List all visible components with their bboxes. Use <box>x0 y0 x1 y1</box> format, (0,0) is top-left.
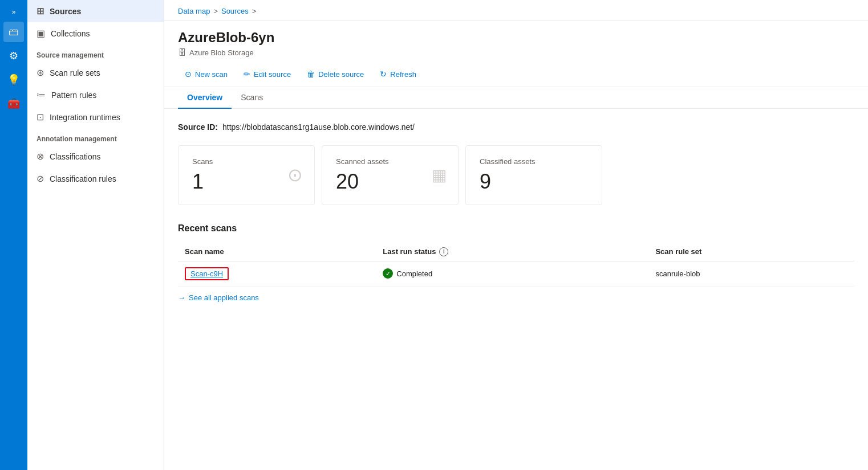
delete-source-label: Delete source <box>318 70 364 79</box>
scans-stat-value: 1 <box>192 170 301 193</box>
scans-stat-label: Scans <box>192 157 301 166</box>
sidebar-item-sources[interactable]: ⊞ Sources <box>27 0 164 22</box>
completed-status-dot: ✓ <box>383 268 393 279</box>
see-all-link[interactable]: → See all applied scans <box>178 293 854 302</box>
classification-rules-icon: ⊘ <box>36 173 44 184</box>
sidebar-item-classifications[interactable]: ⊗ Classifications <box>27 145 164 167</box>
scan-name-link[interactable]: Scan-c9H <box>190 269 223 278</box>
tab-overview-label: Overview <box>187 93 222 102</box>
scan-table: Scan name Last run status i Scan rule se… <box>178 243 854 287</box>
scan-rule-sets-icon: ⊛ <box>36 67 44 78</box>
sidebar-classification-rules-label: Classification rules <box>50 174 116 183</box>
tabs: Overview Scans <box>164 87 868 109</box>
breadcrumb: Data map > Sources > <box>164 0 868 21</box>
scanned-assets-stat-value: 20 <box>336 170 444 193</box>
sidebar-pattern-rules-label: Pattern rules <box>51 91 96 100</box>
stats-row: Scans 1 ⊙ Scanned assets 20 ▦ Classified… <box>178 145 854 205</box>
see-all-arrow: → <box>178 293 185 302</box>
scanned-assets-stat-label: Scanned assets <box>336 157 444 166</box>
scan-name-header: Scan name <box>178 243 376 261</box>
new-scan-button[interactable]: ⊙ New scan <box>178 66 234 82</box>
sidebar-integration-runtimes-label: Integration runtimes <box>50 113 120 122</box>
scan-name-highlight-box: Scan-c9H <box>185 267 229 280</box>
tab-scans[interactable]: Scans <box>232 87 272 109</box>
table-row: Scan-c9H ✓ Completed scanrule-blob <box>178 261 854 286</box>
status-label: Completed <box>396 269 432 278</box>
source-id-row: Source ID: https://blobdatascans1rg1ause… <box>178 122 854 132</box>
breadcrumb-sep1: > <box>213 7 218 15</box>
new-scan-icon: ⊙ <box>185 70 192 79</box>
collapse-icon[interactable]: » <box>10 6 18 18</box>
toolbar: ⊙ New scan ✏ Edit source 🗑 Delete source… <box>164 62 868 87</box>
pattern-rules-icon: ≔ <box>36 89 46 100</box>
breadcrumb-sep2: > <box>252 7 257 15</box>
delete-source-icon: 🗑 <box>307 70 315 79</box>
data-catalog-rail-icon[interactable]: 🗃 <box>3 22 24 42</box>
scanned-assets-stat-icon: ▦ <box>432 166 447 185</box>
sidebar-item-integration-runtimes[interactable]: ⊡ Integration runtimes <box>27 106 164 128</box>
page-subtitle-text: Azure Blob Storage <box>189 48 254 57</box>
source-management-header: Source management <box>27 44 164 62</box>
main-content: Data map > Sources > AzureBlob-6yn 🗄 Azu… <box>164 0 868 470</box>
collections-icon: ▣ <box>36 28 45 39</box>
stat-card-classified-assets: Classified assets 9 <box>465 145 602 205</box>
sidebar-item-collections[interactable]: ▣ Collections <box>27 22 164 44</box>
sidebar-classifications-label: Classifications <box>50 152 100 161</box>
sidebar-scan-rule-sets-label: Scan rule sets <box>50 68 100 77</box>
breadcrumb-data-map[interactable]: Data map <box>178 7 210 15</box>
stat-card-scanned-assets: Scanned assets 20 ▦ <box>322 145 459 205</box>
tab-overview[interactable]: Overview <box>178 87 232 109</box>
delete-source-button[interactable]: 🗑 Delete source <box>300 66 371 82</box>
status-completed: ✓ Completed <box>383 268 642 279</box>
edit-source-button[interactable]: ✏ Edit source <box>237 66 298 82</box>
new-scan-label: New scan <box>195 70 228 79</box>
sidebar: ⊞ Sources ▣ Collections Source managemen… <box>27 0 164 470</box>
edit-source-icon: ✏ <box>244 70 250 79</box>
sidebar-collections-label: Collections <box>51 29 90 38</box>
scan-rule-set-header: Scan rule set <box>648 243 854 261</box>
briefcase-rail-icon[interactable]: 🧰 <box>3 93 24 114</box>
source-id-value: https://blobdatascans1rg1ause.blob.core.… <box>222 122 415 132</box>
page-header: AzureBlob-6yn 🗄 Azure Blob Storage <box>164 21 868 62</box>
scan-name-cell: Scan-c9H <box>178 261 376 286</box>
edit-source-label: Edit source <box>254 70 291 79</box>
icon-rail: » 🗃 ⚙ 💡 🧰 <box>0 0 27 470</box>
last-run-status-header: Last run status i <box>376 243 648 261</box>
refresh-button[interactable]: ↻ Refresh <box>373 66 423 82</box>
last-run-status-info-icon[interactable]: i <box>439 247 448 256</box>
page-subtitle: 🗄 Azure Blob Storage <box>178 48 854 57</box>
sidebar-item-pattern-rules[interactable]: ≔ Pattern rules <box>27 84 164 106</box>
sidebar-item-classification-rules[interactable]: ⊘ Classification rules <box>27 167 164 190</box>
table-header-row: Scan name Last run status i Scan rule se… <box>178 243 854 261</box>
tab-scans-label: Scans <box>241 93 263 102</box>
storage-icon: 🗄 <box>178 48 186 57</box>
refresh-icon: ↻ <box>380 70 387 79</box>
breadcrumb-sources[interactable]: Sources <box>221 7 249 15</box>
integration-runtimes-icon: ⊡ <box>36 112 44 122</box>
content-area: Source ID: https://blobdatascans1rg1ause… <box>164 109 868 470</box>
source-id-label: Source ID: <box>178 122 218 132</box>
see-all-label: See all applied scans <box>189 293 259 302</box>
refresh-label: Refresh <box>390 70 416 79</box>
classifications-icon: ⊗ <box>36 151 44 162</box>
last-run-status-cell: ✓ Completed <box>376 261 648 286</box>
lightbulb-rail-icon[interactable]: 💡 <box>3 70 24 90</box>
classified-assets-stat-label: Classified assets <box>480 157 588 166</box>
page-title: AzureBlob-6yn <box>178 30 854 46</box>
data-share-rail-icon[interactable]: ⚙ <box>3 46 24 66</box>
sidebar-sources-label: Sources <box>50 7 81 16</box>
stat-card-scans: Scans 1 ⊙ <box>178 145 315 205</box>
recent-scans-title: Recent scans <box>178 223 854 234</box>
sources-icon: ⊞ <box>36 6 44 17</box>
scan-rule-set-cell: scanrule-blob <box>648 261 854 286</box>
classified-assets-stat-value: 9 <box>480 170 588 193</box>
annotation-management-header: Annotation management <box>27 128 164 145</box>
scans-stat-icon: ⊙ <box>287 164 303 186</box>
sidebar-item-scan-rule-sets[interactable]: ⊛ Scan rule sets <box>27 62 164 84</box>
